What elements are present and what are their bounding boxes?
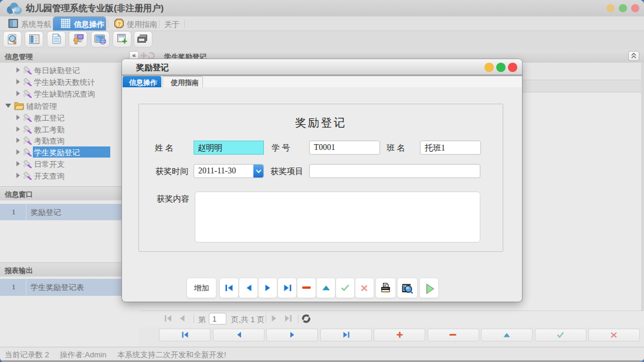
svg-text:y: y — [11, 5, 16, 15]
svg-text:?: ? — [118, 21, 121, 27]
